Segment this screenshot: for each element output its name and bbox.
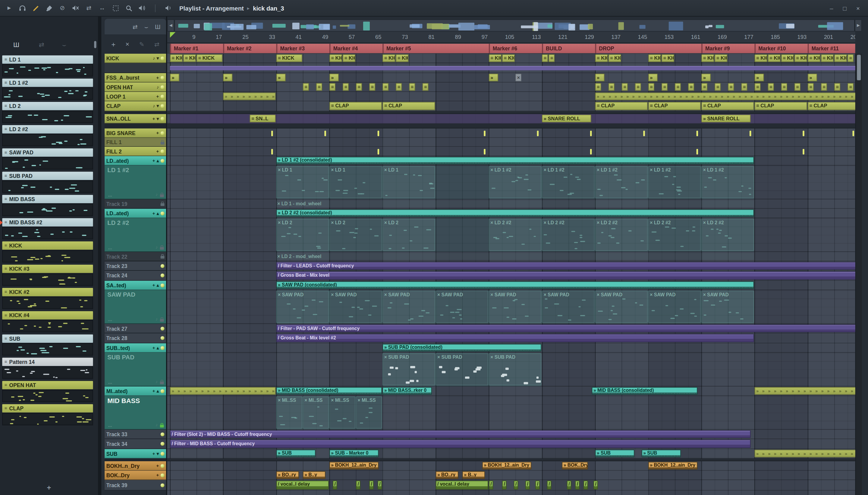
track-led[interactable] bbox=[161, 326, 164, 330]
clip-pat[interactable]: ≡ bbox=[648, 83, 654, 91]
clip-pat[interactable]: ≡ bbox=[343, 83, 349, 91]
collapse-down-icon[interactable]: ▾ bbox=[157, 451, 159, 456]
track-led[interactable] bbox=[161, 76, 164, 80]
track-led[interactable] bbox=[161, 464, 164, 467]
pattern-chip[interactable]: ≡MID BASS #2 bbox=[2, 218, 93, 227]
clip-autog[interactable]: / bbox=[369, 480, 374, 489]
playlist-lane-t22[interactable]: × LD 2 - mod_wheel bbox=[167, 252, 855, 261]
clip-audio[interactable]: » SAW PAD (consolidated) bbox=[276, 281, 754, 289]
clip-chev[interactable]: » bbox=[648, 73, 658, 81]
clip-ghost[interactable]: × LD 2 #2 bbox=[595, 219, 647, 251]
arrangement-tab[interactable]: ⇄ ⌣ Ш bbox=[105, 19, 166, 34]
pattern-item[interactable]: ≡LD 2 bbox=[2, 102, 93, 123]
lock-icon[interactable] bbox=[161, 256, 164, 259]
playlist-lane-midg[interactable]: × MI..SS× MI..SS× MI..SS× MI..SS bbox=[167, 396, 855, 430]
timeline-marker[interactable]: Marker #1 bbox=[170, 44, 198, 53]
track-header-sawg[interactable]: SAW PAD...♪ bbox=[105, 290, 166, 324]
pattern-item[interactable]: ≡KICK #3 bbox=[2, 265, 93, 286]
clip-autog[interactable]: / bbox=[489, 480, 493, 489]
track-name[interactable]: Track 39 bbox=[106, 482, 127, 488]
track-header-t39[interactable]: Track 39 bbox=[105, 480, 166, 491]
slide-tool-icon[interactable] bbox=[31, 3, 40, 13]
track-name[interactable]: Track 24 bbox=[106, 273, 127, 278]
clip-mutedx[interactable]: × bbox=[515, 73, 521, 81]
clip-ghost[interactable]: × LD 1 bbox=[276, 166, 329, 198]
clip-pat[interactable]: ≡ KICK bbox=[768, 54, 781, 62]
magnifier-icon[interactable] bbox=[124, 3, 133, 13]
pattern-chip[interactable]: ≡SUB PAD bbox=[2, 172, 93, 180]
timeline-marker[interactable]: BUILD bbox=[542, 44, 562, 53]
clip-pat[interactable]: ≡ KICK bbox=[648, 54, 661, 62]
clip-pat[interactable]: ≡ KICK bbox=[549, 54, 555, 62]
clip-tick[interactable] bbox=[484, 131, 486, 136]
arrangement-overview[interactable] bbox=[174, 19, 855, 31]
seek-tool-icon[interactable]: ↔ bbox=[97, 3, 107, 13]
preview-speaker-icon[interactable] bbox=[137, 3, 147, 13]
clip-ghost[interactable]: × SAW PAD bbox=[276, 291, 329, 323]
clip-ghost[interactable]: × MI..SS bbox=[276, 396, 302, 429]
clip-pat[interactable]: ≡ bbox=[369, 83, 375, 91]
clip-pat[interactable]: ≡ CLAP bbox=[329, 102, 382, 110]
track-led[interactable] bbox=[161, 432, 164, 436]
track-header-ld2g[interactable]: LD 2 #2...♪ bbox=[105, 218, 166, 252]
clip-pat[interactable]: ≡ KICK bbox=[781, 54, 794, 62]
track-name[interactable]: Track 19 bbox=[106, 201, 127, 207]
pattern-chip[interactable]: ≡LD 2 bbox=[2, 102, 93, 110]
vertical-scrollbar[interactable] bbox=[855, 54, 862, 495]
clip-audio[interactable]: » SUB PAD (consolidated) bbox=[382, 344, 541, 352]
clip-autog[interactable]: / bbox=[593, 480, 598, 489]
clip-pat[interactable]: ≡ SN..L bbox=[249, 115, 276, 122]
clip-chevrun[interactable]: » » » » » » » » » » » » » » » » » » » » … bbox=[754, 449, 855, 457]
move-icon[interactable]: + bbox=[153, 451, 155, 456]
clip-ghost[interactable]: × LD 1 bbox=[382, 166, 435, 198]
playlist-lane-t28[interactable]: / Gross Beat - Mix level #2 bbox=[167, 334, 855, 343]
clip-ghost[interactable]: × SUB PAD bbox=[489, 353, 541, 386]
clip-ghost[interactable]: × SAW PAD bbox=[542, 291, 594, 323]
collapse-down-icon[interactable]: ▾ bbox=[157, 116, 159, 121]
clip-audioor[interactable]: » BOKH_12..ain_Dry bbox=[648, 462, 697, 470]
track-name[interactable]: BOKH..n_Dry bbox=[106, 463, 140, 469]
clip-chev[interactable]: » bbox=[489, 73, 498, 81]
clip-pat[interactable]: ≡ bbox=[595, 83, 601, 91]
clip-chev[interactable]: » bbox=[223, 73, 232, 81]
clip-ghost[interactable]: × SUB PAD bbox=[436, 353, 488, 386]
clip-auto[interactable]: / Filter - MID BASS - Cutoff frequency bbox=[170, 440, 751, 448]
clip-ghost[interactable]: × LD 2 #2 bbox=[542, 219, 594, 251]
clip-tick[interactable] bbox=[484, 149, 486, 154]
playlist-lane-subpc[interactable]: » SUB PAD (consolidated) bbox=[167, 343, 855, 353]
pattern-grid-icon[interactable]: Ш bbox=[155, 23, 161, 30]
track-led[interactable] bbox=[161, 264, 164, 268]
pattern-item[interactable]: ≡LD 1 #2 bbox=[2, 79, 93, 100]
track-name[interactable]: SUB..ted) bbox=[106, 345, 130, 351]
collapse-down-icon[interactable]: ▾ bbox=[157, 56, 159, 61]
track-header-snar[interactable]: SNA..OLL+▾ bbox=[105, 114, 166, 123]
track-name[interactable]: Track 23 bbox=[106, 263, 127, 269]
playlist-lane-bigsn[interactable] bbox=[167, 129, 855, 138]
pattern-item[interactable]: ≡KICK #2 bbox=[2, 288, 93, 309]
track-name[interactable]: FILL 1 bbox=[106, 139, 122, 145]
clip-ghost[interactable]: × LD 1 #2 bbox=[595, 166, 647, 198]
clip-pat[interactable]: ≡ KICK bbox=[608, 54, 621, 62]
clip-audioor[interactable]: » BO..ry bbox=[276, 471, 299, 479]
clip-autog[interactable]: / bbox=[584, 480, 588, 489]
clip-pat[interactable]: ≡ KICK bbox=[595, 54, 608, 62]
clip-chev[interactable]: » bbox=[754, 73, 764, 81]
clip-autog[interactable]: / bbox=[535, 480, 540, 489]
pattern-chip[interactable]: ≡MID BASS bbox=[2, 195, 93, 204]
timeline-marker[interactable]: Marker #9 bbox=[701, 44, 730, 53]
clip-audioor[interactable]: » BO..ry bbox=[436, 471, 458, 479]
clip-tick[interactable] bbox=[696, 131, 698, 136]
clip-pat[interactable]: ≡ bbox=[848, 83, 853, 91]
clip-audioor[interactable]: » BOKH_12..ain_Dry bbox=[482, 462, 531, 470]
clip-auto[interactable]: / Filter - PAD SAW - Cutoff frequency bbox=[276, 324, 855, 332]
track-name[interactable]: OPEN HAT bbox=[106, 84, 133, 90]
playlist-lane-ld2g[interactable]: × LD 2× LD 2× LD 2× LD 2 #2× LD 2 #2× LD… bbox=[167, 218, 855, 252]
track-led[interactable] bbox=[161, 104, 164, 108]
clip-pat[interactable]: ≡ bbox=[635, 83, 641, 91]
track-name[interactable]: KICK bbox=[106, 55, 119, 61]
move-icon[interactable]: + bbox=[153, 388, 155, 393]
pattern-chip[interactable]: ≡LD 1 #2 bbox=[2, 79, 93, 87]
clip-tick[interactable] bbox=[378, 131, 379, 136]
maximize-button[interactable]: □ bbox=[839, 2, 850, 14]
clip-chevrun[interactable]: » » » » » » » » » » » bbox=[223, 92, 276, 100]
